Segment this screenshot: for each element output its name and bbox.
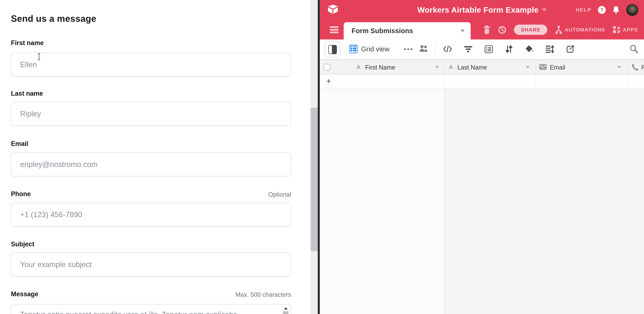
sidebar-panel-icon xyxy=(328,45,337,54)
table-tab-label: Form Submissions xyxy=(352,27,413,35)
collaborators-icon[interactable] xyxy=(419,45,428,53)
hide-fields-icon[interactable] xyxy=(443,45,452,53)
automations-button[interactable]: AUTOMATIONS xyxy=(555,25,605,34)
email-label: Email xyxy=(11,140,28,147)
group-icon[interactable] xyxy=(484,45,493,53)
add-record-row[interactable]: + xyxy=(320,74,644,88)
add-record-button[interactable]: + xyxy=(326,76,331,86)
share-button[interactable]: SHARE xyxy=(514,25,547,35)
column-header-first-name[interactable]: First Name xyxy=(365,64,395,71)
column-header-last-name[interactable]: Last Name xyxy=(457,64,487,71)
column-caret-icon[interactable] xyxy=(526,66,530,68)
sort-icon[interactable] xyxy=(505,45,513,53)
notifications-bell-icon[interactable] xyxy=(612,6,620,14)
grid-view-icon[interactable] xyxy=(349,45,358,53)
last-name-input[interactable] xyxy=(11,102,291,126)
row-column-divider xyxy=(536,74,536,88)
phone-field[interactable] xyxy=(11,203,291,226)
airtable-pane: Workers Airtable Form Example HELP ? For… xyxy=(320,0,644,314)
phone-field-icon xyxy=(631,63,639,71)
table-tab-form-submissions[interactable]: Form Submissions xyxy=(344,22,471,40)
apps-label: APPS xyxy=(623,27,638,33)
help-question-icon[interactable]: ? xyxy=(598,6,606,14)
message-max-hint: Max. 500 characters xyxy=(11,291,291,298)
grid-canvas-right xyxy=(445,88,644,314)
scroll-up-arrow-icon[interactable] xyxy=(284,307,288,309)
column-divider[interactable] xyxy=(444,60,445,74)
field-type-icon: A xyxy=(356,64,360,70)
form-title: Send us a message xyxy=(11,13,96,24)
column-header-phone[interactable]: Phone xyxy=(641,64,644,71)
sidebar-menu-icon[interactable] xyxy=(330,26,338,33)
message-textarea[interactable] xyxy=(11,304,291,314)
history-icon[interactable] xyxy=(498,25,506,34)
row-column-divider xyxy=(628,74,628,88)
last-name-label: Last name xyxy=(11,90,43,97)
grid-header-row: A First Name A Last Name Email Phone xyxy=(320,60,644,74)
first-name-label: First name xyxy=(11,39,44,47)
email-field-icon xyxy=(539,64,547,70)
column-caret-icon[interactable] xyxy=(618,66,621,68)
base-title-caret-icon[interactable] xyxy=(542,9,546,11)
toolbar-divider xyxy=(435,43,436,56)
field-type-icon: A xyxy=(449,64,453,70)
filter-icon[interactable] xyxy=(464,46,472,53)
apps-icon xyxy=(612,26,621,34)
airtable-tab-bar: Form Submissions SHARE xyxy=(320,20,644,40)
grid-column-divider xyxy=(444,88,445,314)
view-sidebar-toggle-button[interactable] xyxy=(324,42,340,58)
view-name-label[interactable]: Grid view xyxy=(361,45,390,53)
color-icon[interactable] xyxy=(525,45,534,53)
automations-label: AUTOMATIONS xyxy=(565,27,605,33)
phone-optional-hint: Optional xyxy=(11,191,291,198)
email-field[interactable] xyxy=(11,152,291,176)
row-column-divider xyxy=(444,74,445,88)
share-view-icon[interactable] xyxy=(566,45,574,53)
user-avatar[interactable] xyxy=(626,4,638,16)
select-all-checkbox[interactable] xyxy=(324,64,330,71)
row-height-icon[interactable] xyxy=(546,45,554,53)
text-cursor-icon xyxy=(37,53,41,61)
column-header-email[interactable]: Email xyxy=(550,64,565,71)
search-icon[interactable] xyxy=(629,44,638,54)
contact-form-pane: Send us a message First name Last name E… xyxy=(0,0,310,314)
trash-icon[interactable] xyxy=(484,26,490,34)
table-tab-caret-icon[interactable] xyxy=(460,30,465,32)
first-name-input[interactable] xyxy=(11,53,291,77)
subject-input[interactable] xyxy=(11,252,291,276)
grid-canvas-left xyxy=(320,88,445,314)
column-divider[interactable] xyxy=(536,60,536,74)
column-caret-icon[interactable] xyxy=(435,66,439,68)
column-divider[interactable] xyxy=(628,60,628,74)
view-toolbar: Grid view xyxy=(320,40,644,60)
subject-label: Subject xyxy=(11,240,34,248)
help-button[interactable]: HELP xyxy=(576,7,592,13)
airtable-topbar: Workers Airtable Form Example HELP ? xyxy=(320,0,644,20)
automations-icon xyxy=(555,25,562,34)
window-divider xyxy=(318,0,320,314)
base-title[interactable]: Workers Airtable Form Example xyxy=(418,5,538,15)
form-page-scrollbar-thumb[interactable] xyxy=(310,108,318,251)
view-options-icon[interactable] xyxy=(404,48,412,50)
share-button-label: SHARE xyxy=(521,27,540,33)
apps-button[interactable]: APPS xyxy=(612,26,638,34)
textarea-scrollbar-thumb[interactable] xyxy=(283,311,288,314)
